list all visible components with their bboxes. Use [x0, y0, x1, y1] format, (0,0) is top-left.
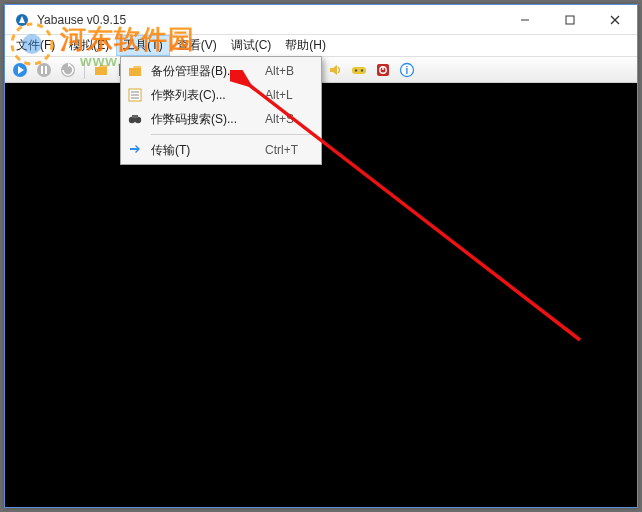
toolbar-sep — [84, 61, 85, 79]
play-button[interactable] — [9, 59, 31, 81]
menu-item-shortcut: Alt+L — [265, 88, 319, 102]
menu-item-label: 作弊码搜索(S)... — [147, 111, 265, 128]
menu-tools[interactable]: 工具(T) — [116, 35, 169, 56]
input-button[interactable] — [348, 59, 370, 81]
svg-text:i: i — [406, 65, 409, 76]
app-icon — [13, 11, 31, 29]
open-button[interactable] — [90, 59, 112, 81]
list-icon — [123, 87, 147, 103]
menu-debug[interactable]: 调试(C) — [224, 35, 279, 56]
svg-point-19 — [361, 69, 363, 71]
menu-item-shortcut: Alt+S — [265, 112, 319, 126]
transfer-icon — [123, 142, 147, 158]
sound-button[interactable] — [324, 59, 346, 81]
menu-item-label: 作弊列表(C)... — [147, 87, 265, 104]
svg-point-6 — [37, 63, 51, 77]
menu-emulate[interactable]: 模拟(E) — [62, 35, 116, 56]
folder-icon — [123, 63, 147, 79]
reset-button[interactable] — [57, 59, 79, 81]
pause-button[interactable] — [33, 59, 55, 81]
menu-cheat-search[interactable]: 作弊码搜索(S)... Alt+S — [123, 107, 319, 131]
binoculars-icon — [123, 111, 147, 127]
svg-rect-8 — [45, 66, 47, 74]
menu-separator — [151, 134, 317, 135]
menu-cheat-list[interactable]: 作弊列表(C)... Alt+L — [123, 83, 319, 107]
menu-item-shortcut: Alt+B — [265, 64, 319, 78]
menu-item-label: 备份管理器(B)... — [147, 63, 265, 80]
close-button[interactable] — [592, 5, 637, 34]
menu-item-shortcut: Ctrl+T — [265, 143, 319, 157]
svg-rect-17 — [352, 67, 366, 74]
about-button[interactable]: i — [396, 59, 418, 81]
svg-rect-2 — [566, 16, 574, 24]
tools-dropdown: 备份管理器(B)... Alt+B 作弊列表(C)... Alt+L 作弊码搜索… — [120, 56, 322, 165]
menu-transfer[interactable]: 传输(T) Ctrl+T — [123, 138, 319, 162]
svg-point-18 — [355, 69, 357, 71]
menu-item-label: 传输(T) — [147, 142, 265, 159]
menu-backup-manager[interactable]: 备份管理器(B)... Alt+B — [123, 59, 319, 83]
menu-bar: 文件(F) 模拟(E) 工具(T) 查看(V) 调试(C) 帮助(H) — [5, 35, 637, 57]
menu-view[interactable]: 查看(V) — [170, 35, 224, 56]
svg-rect-7 — [41, 66, 43, 74]
maximize-button[interactable] — [547, 5, 592, 34]
window-title: Yabause v0.9.15 — [37, 13, 502, 27]
minimize-button[interactable] — [502, 5, 547, 34]
svg-rect-33 — [132, 115, 138, 118]
menu-file[interactable]: 文件(F) — [9, 35, 62, 56]
power-button[interactable] — [372, 59, 394, 81]
title-bar: Yabause v0.9.15 — [5, 5, 637, 35]
menu-help[interactable]: 帮助(H) — [278, 35, 333, 56]
